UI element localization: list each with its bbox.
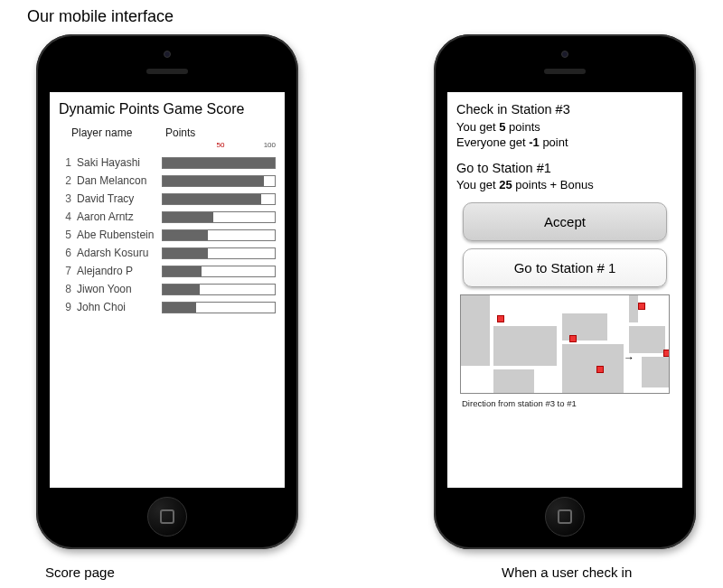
rank: 6 bbox=[59, 247, 71, 259]
rank: 2 bbox=[59, 174, 71, 187]
checkin-screen: Check in Station #3 You get 5 points Eve… bbox=[447, 92, 682, 488]
scale-mid: 50 bbox=[217, 141, 225, 149]
points-bar bbox=[162, 157, 276, 169]
score-row: 2Dan Melancon bbox=[50, 172, 285, 190]
col-player-name: Player name bbox=[71, 126, 165, 139]
station-marker-icon bbox=[596, 366, 604, 373]
text: You get bbox=[456, 120, 499, 134]
score-row: 9John Choi bbox=[50, 298, 285, 316]
checkin-points-line: You get 5 points bbox=[456, 119, 673, 135]
text: You get bbox=[456, 178, 499, 191]
score-row: 5Abe Rubenstein bbox=[50, 226, 285, 244]
text: Everyone get bbox=[456, 135, 529, 149]
points-bar bbox=[162, 211, 276, 223]
rank: 5 bbox=[59, 229, 71, 241]
phone-mockup-checkin: Check in Station #3 You get 5 points Eve… bbox=[434, 34, 696, 549]
checkin-title: Check in Station #3 bbox=[456, 101, 673, 119]
station-marker-icon bbox=[638, 303, 645, 310]
caption-checkin: When a user check in bbox=[502, 565, 632, 580]
caption-score: Score page bbox=[45, 565, 115, 580]
score-screen: Dynamic Points Game Score Player name Po… bbox=[50, 92, 285, 488]
home-button[interactable] bbox=[147, 497, 187, 537]
points-bar bbox=[162, 229, 276, 241]
camera-dot-icon bbox=[561, 51, 568, 58]
player-name: Dan Melancon bbox=[71, 174, 162, 187]
points-bar bbox=[162, 193, 276, 205]
player-name: Jiwon Yoon bbox=[71, 283, 162, 295]
goto-station-button[interactable]: Go to Station # 1 bbox=[463, 248, 667, 287]
bonus-value: 25 bbox=[499, 178, 512, 191]
player-name: David Tracy bbox=[71, 192, 162, 205]
page-title: Our mobile interface bbox=[27, 7, 174, 26]
rank: 9 bbox=[59, 301, 71, 313]
score-row: 6Adarsh Kosuru bbox=[50, 244, 285, 262]
checkin-info-block: Check in Station #3 You get 5 points Eve… bbox=[456, 101, 673, 151]
penalty-value: -1 bbox=[529, 135, 540, 149]
score-row: 3David Tracy bbox=[50, 190, 285, 208]
player-name: Saki Hayashi bbox=[71, 156, 162, 169]
score-header: Player name Points bbox=[50, 123, 285, 141]
accept-button[interactable]: Accept bbox=[463, 202, 667, 241]
points-bar bbox=[162, 302, 276, 313]
points-bar bbox=[162, 266, 276, 277]
map-thumbnail[interactable]: → bbox=[460, 294, 670, 394]
rank: 4 bbox=[59, 210, 71, 223]
score-row: 1Saki Hayashi bbox=[50, 154, 285, 172]
rank: 3 bbox=[59, 192, 71, 205]
rank: 1 bbox=[59, 156, 71, 169]
player-name: Abe Rubenstein bbox=[71, 229, 162, 241]
map-caption: Direction from station #3 to #1 bbox=[456, 396, 673, 411]
score-row: 7Alejandro P bbox=[50, 262, 285, 280]
player-name: Aaron Arntz bbox=[71, 210, 162, 223]
scale-max: 100 bbox=[264, 141, 276, 149]
col-points: Points bbox=[165, 126, 195, 139]
text: points + Bonus bbox=[512, 178, 594, 191]
score-title: Dynamic Points Game Score bbox=[50, 92, 285, 123]
camera-dot-icon bbox=[164, 51, 171, 58]
text: points bbox=[505, 120, 540, 134]
points-bar bbox=[162, 247, 276, 259]
points-bar bbox=[162, 284, 276, 295]
station-marker-icon bbox=[569, 335, 577, 342]
points-bar bbox=[162, 175, 276, 187]
rank: 8 bbox=[59, 283, 71, 295]
player-name: John Choi bbox=[71, 301, 162, 313]
player-name: Alejandro P bbox=[71, 265, 162, 277]
score-row: 8Jiwon Yoon bbox=[50, 280, 285, 298]
points-scale: 50 100 bbox=[165, 141, 276, 150]
arrow-icon: → bbox=[624, 351, 634, 364]
station-marker-icon bbox=[663, 350, 670, 357]
text: point bbox=[540, 135, 568, 149]
player-name: Adarsh Kosuru bbox=[71, 247, 162, 259]
goto-title: Go to Station #1 bbox=[456, 160, 673, 178]
everyone-points-line: Everyone get -1 point bbox=[456, 135, 673, 151]
home-button[interactable] bbox=[545, 497, 585, 537]
station-marker-icon bbox=[497, 315, 504, 322]
goto-points-line: You get 25 points + Bonus bbox=[456, 177, 673, 193]
rank: 7 bbox=[59, 265, 71, 277]
score-row: 4Aaron Arntz bbox=[50, 208, 285, 226]
score-list: 1Saki Hayashi2Dan Melancon3David Tracy4A… bbox=[50, 154, 285, 316]
goto-info-block: Go to Station #1 You get 25 points + Bon… bbox=[456, 160, 673, 193]
phone-mockup-score: Dynamic Points Game Score Player name Po… bbox=[36, 34, 298, 549]
